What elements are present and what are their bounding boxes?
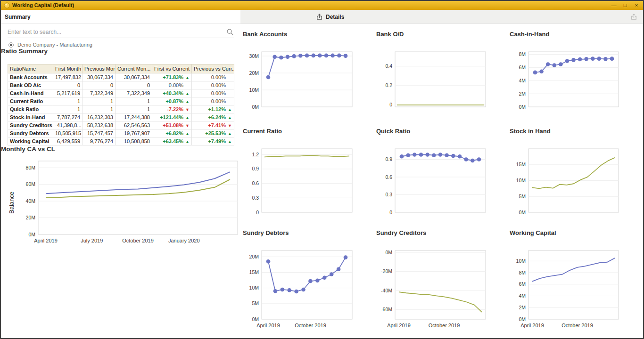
stock-in-hand-chart[interactable]: 0M5M10M15M <box>510 145 621 216</box>
previous-month-cell[interactable]: 30,067,334 <box>83 73 116 81</box>
minimize-button[interactable]: — <box>608 1 619 10</box>
previous-month-cell[interactable]: 0 <box>83 81 116 89</box>
previous-month-cell[interactable]: 16,232,303 <box>83 113 116 121</box>
bank-accounts-chart[interactable]: 0M10M20M30M <box>243 48 355 111</box>
column-header-first-vs-current[interactable]: First vs Current <box>152 65 192 73</box>
previous-vs-current-cell[interactable]: 0.00% <box>192 89 234 97</box>
svg-text:April 2019: April 2019 <box>256 323 280 328</box>
tab-summary[interactable]: Summary <box>1 10 240 24</box>
previous-vs-current-cell[interactable]: +7.41%▼ <box>192 121 234 129</box>
first-month-cell[interactable]: 6,429,559 <box>53 137 83 145</box>
first-vs-current-cell[interactable]: +51.08%▼ <box>152 121 192 129</box>
ratio-name-cell[interactable]: Sundry Debtors <box>8 129 53 137</box>
up-triangle-icon: ▲ <box>226 139 232 144</box>
current-month-cell[interactable]: 30,067,334 <box>116 73 152 81</box>
first-vs-current-cell[interactable]: 0.00% <box>152 81 192 89</box>
company-selector-item[interactable]: Demo Company - Manufacturing <box>8 42 240 48</box>
svg-text:20M: 20M <box>249 254 259 259</box>
quick-ratio-chart[interactable]: 00.30.60.9 <box>376 145 488 216</box>
svg-text:8M: 8M <box>519 51 526 57</box>
first-month-cell[interactable]: -41,398,8... <box>53 121 83 129</box>
table-row: Current Ratio111+0.87%▲0.00% <box>8 97 234 105</box>
sundry-creditors-chart[interactable]: 0M-20M-40M-60MApril 2019October 2019 <box>376 247 488 332</box>
column-header-rationame[interactable]: RatioName <box>8 65 53 73</box>
chart-title: Working Capital <box>510 229 621 236</box>
company-label: Demo Company - Manufacturing <box>17 42 92 48</box>
column-header-previous-vs-current[interactable]: Previous vs Curr... <box>192 65 234 73</box>
up-triangle-icon: ▲ <box>183 139 190 144</box>
column-header-first-month[interactable]: First Month <box>53 65 83 73</box>
first-vs-current-cell[interactable]: +63.45%▲ <box>152 137 192 145</box>
cash-in-hand-chart[interactable]: 0M2M4M6M8M <box>510 48 621 111</box>
previous-month-cell[interactable]: 15,747,457 <box>83 129 116 137</box>
ratio-name-cell[interactable]: Bank OD A/c <box>8 81 53 89</box>
previous-vs-current-cell[interactable]: 0.00% <box>192 81 234 89</box>
maximize-button[interactable]: □ <box>619 1 631 10</box>
first-vs-current-cell[interactable]: +121.44%▲ <box>152 113 192 121</box>
previous-vs-current-cell[interactable]: 0.00% <box>192 97 234 105</box>
previous-vs-current-cell[interactable]: 0.00% <box>192 73 234 81</box>
first-vs-current-cell[interactable]: -7.22%▼ <box>152 105 192 113</box>
previous-month-cell[interactable]: 1 <box>83 105 116 113</box>
export-icon-disabled[interactable] <box>630 13 637 20</box>
previous-month-cell[interactable]: 7,322,349 <box>83 89 116 97</box>
svg-text:0.2: 0.2 <box>385 82 392 88</box>
current-ratio-chart[interactable]: 00.30.60.91.2 <box>243 145 355 216</box>
monthly-ca-vs-cl-chart[interactable]: 0M20M40M60M80MApril 2019July 2019October… <box>17 157 240 248</box>
table-row: Cash-in-Hand5,217,6197,322,3497,322,349+… <box>8 89 234 97</box>
first-month-cell[interactable]: 1 <box>53 105 83 113</box>
ratio-name-cell[interactable]: Working Capital <box>8 137 53 145</box>
current-month-cell[interactable]: 10,508,858 <box>116 137 152 145</box>
previous-month-cell[interactable]: -58,232,638 <box>83 121 116 129</box>
search-input[interactable] <box>8 28 226 36</box>
first-vs-current-cell[interactable]: +0.87%▲ <box>152 97 192 105</box>
right-panel: Bank Accounts 0M10M20M30M Bank O/D 00.20… <box>240 24 643 338</box>
first-month-cell[interactable]: 18,505,915 <box>53 129 83 137</box>
bank-od-chart[interactable]: 00.20.4 <box>376 48 488 111</box>
sundry-debtors-chart[interactable]: 0M5M10M15M20MApril 2019October 2019 <box>243 247 355 332</box>
first-month-cell[interactable]: 7,787,274 <box>53 113 83 121</box>
ratio-name-cell[interactable]: Cash-in-Hand <box>8 89 53 97</box>
tab-details[interactable]: Details <box>316 13 344 20</box>
first-vs-current-cell[interactable]: +71.83%▲ <box>152 73 192 81</box>
previous-month-cell[interactable]: 9,776,274 <box>83 137 116 145</box>
first-month-cell[interactable]: 1 <box>53 97 83 105</box>
table-row: Bank OD A/c0000.00%0.00% <box>8 81 234 89</box>
svg-text:April 2019: April 2019 <box>34 238 58 243</box>
working-capital-chart[interactable]: 0M2M4M6M8M10MApril 2019October 2019 <box>510 247 621 332</box>
current-month-cell[interactable]: 1 <box>116 97 152 105</box>
column-header-current-month[interactable]: Current Mon... <box>116 65 152 73</box>
previous-vs-current-cell[interactable]: +25.53%▲ <box>192 129 234 137</box>
first-vs-current-cell[interactable]: +40.34%▲ <box>152 89 192 97</box>
current-month-cell[interactable]: 0 <box>116 81 152 89</box>
column-header-previous-month[interactable]: Previous Mon... <box>83 65 116 73</box>
current-month-cell[interactable]: 17,244,388 <box>116 113 152 121</box>
previous-vs-current-cell[interactable]: +1.12%▲ <box>192 105 234 113</box>
ratio-name-cell[interactable]: Current Ratio <box>8 97 53 105</box>
previous-vs-current-cell[interactable]: +7.49%▲ <box>192 137 234 145</box>
first-month-cell[interactable]: 5,217,619 <box>53 89 83 97</box>
close-button[interactable]: × <box>631 1 642 10</box>
ratio-summary-title: Ratio Summary <box>1 48 240 55</box>
ratio-name-cell[interactable]: Stock-in-Hand <box>8 113 53 121</box>
ratio-name-cell[interactable]: Quick Ratio <box>8 105 53 113</box>
svg-text:40M: 40M <box>26 198 35 204</box>
chart-cell-sundry-creditors: Sundry Creditors 0M-20M-40M-60MApril 201… <box>376 223 488 332</box>
current-month-cell[interactable]: 1 <box>116 105 152 113</box>
first-month-cell[interactable]: 17,497,832 <box>53 73 83 81</box>
ratio-name-cell[interactable]: Bank Accounts <box>8 73 53 81</box>
search-icon[interactable] <box>226 28 234 36</box>
svg-text:-20M: -20M <box>381 268 392 274</box>
current-month-cell[interactable]: 19,767,907 <box>116 129 152 137</box>
first-vs-current-cell[interactable]: +6.82%▲ <box>152 129 192 137</box>
previous-month-cell[interactable]: 1 <box>83 97 116 105</box>
up-triangle-icon: ▲ <box>183 75 190 80</box>
first-month-cell[interactable]: 0 <box>53 81 83 89</box>
current-month-cell[interactable]: -62,546,563 <box>116 121 152 129</box>
svg-text:2M: 2M <box>519 305 526 310</box>
up-triangle-icon: ▲ <box>226 115 232 120</box>
ratio-name-cell[interactable]: Sundry Creditors <box>8 121 53 129</box>
current-month-cell[interactable]: 7,322,349 <box>116 89 152 97</box>
previous-vs-current-cell[interactable]: +6.24%▲ <box>192 113 234 121</box>
titlebar: Working Capital (Default) — □ × <box>1 1 643 10</box>
